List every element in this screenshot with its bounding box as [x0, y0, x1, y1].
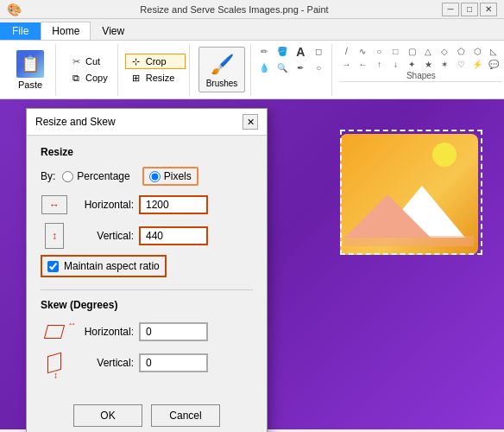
- pencil-tool[interactable]: ✏: [257, 46, 271, 58]
- horizontal-resize-row: Horizontal:: [41, 193, 253, 217]
- shape-arrow-up[interactable]: ↑: [372, 59, 386, 71]
- pixels-radio[interactable]: [149, 171, 161, 182]
- scissors-icon: ✂: [69, 54, 83, 68]
- shape-line[interactable]: /: [339, 46, 353, 58]
- section-divider: [41, 289, 253, 290]
- skew-section: Skew (Degrees) ↔ Horizontal:: [41, 299, 253, 375]
- vertical-skew-label: Vertical:: [73, 357, 134, 369]
- maintain-aspect-ratio-row: Maintain aspect ratio: [41, 255, 167, 277]
- paste-group: 📋 Paste: [5, 44, 56, 96]
- brushes-group: 🖌️ Brushes: [193, 44, 252, 96]
- main-area: Resize and Skew ✕ Resize By: Percentage: [0, 99, 504, 429]
- vertical-resize-input[interactable]: [139, 226, 208, 245]
- window-controls: ─ □ ✕: [442, 3, 497, 16]
- shape-curve[interactable]: ∿: [356, 46, 369, 58]
- horizontal-resize-icon: [41, 193, 68, 217]
- shape-diamond[interactable]: ◇: [438, 46, 451, 58]
- dialog-title-text: Resize and Skew: [35, 116, 116, 128]
- tab-home[interactable]: Home: [41, 22, 91, 41]
- shape-star5[interactable]: ★: [421, 59, 435, 71]
- dialog-overlay: Resize and Skew ✕ Resize By: Percentage: [0, 99, 504, 429]
- shape-lightning[interactable]: ⚡: [470, 59, 484, 71]
- maintain-aspect-ratio-checkbox[interactable]: [47, 261, 59, 272]
- brushes-icon: 🖌️: [208, 51, 236, 79]
- resize-icon: ⊞: [129, 71, 143, 85]
- tools-group: ✏ 🪣 A ◻ 💧 🔍 ✒ ○: [255, 44, 332, 96]
- h-arrow-icon: [41, 195, 67, 214]
- horizontal-resize-input[interactable]: [139, 195, 208, 214]
- shapes-section: / ∿ ○ □ ▢ △ ◇ ⬠ ⬡ ◺ → ← ↑ ↓ ✦ ★ ✶: [339, 46, 502, 94]
- paste-button[interactable]: 📋 Paste: [10, 48, 50, 92]
- magnify-tool[interactable]: 🔍: [275, 62, 289, 74]
- horizontal-skew-input[interactable]: [139, 322, 208, 341]
- shape-right-triangle[interactable]: ◺: [487, 46, 501, 58]
- resize-button[interactable]: ⊞ Resize: [125, 70, 186, 86]
- ribbon-content: 📋 Paste ✂ Cut ⧉ Copy ⊹ Cro: [0, 40, 504, 98]
- shape-callout[interactable]: 💬: [487, 59, 501, 71]
- shape-hexagon[interactable]: ⬡: [470, 46, 484, 58]
- resize-radio-group: Percentage Pixels: [62, 167, 198, 186]
- crop-icon: ⊹: [129, 54, 143, 68]
- eyedropper-tool[interactable]: 💧: [257, 62, 271, 74]
- brushes-button[interactable]: 🖌️ Brushes: [198, 47, 246, 92]
- shape-arrow-right[interactable]: →: [339, 59, 353, 71]
- horizontal-skew-row: ↔ Horizontal:: [41, 320, 253, 344]
- percentage-radio[interactable]: [62, 171, 73, 182]
- shape-arrow-left[interactable]: ←: [356, 59, 369, 71]
- vertical-skew-input[interactable]: [139, 353, 208, 372]
- dialog-close-button[interactable]: ✕: [243, 114, 258, 130]
- tab-file[interactable]: File: [0, 22, 41, 40]
- pixels-radio-label[interactable]: Pixels: [142, 167, 198, 186]
- image-group: ⊹ Crop ⊞ Resize: [122, 44, 190, 96]
- shape-rounded-rect[interactable]: ▢: [405, 46, 419, 58]
- spray-tool[interactable]: ○: [312, 62, 325, 74]
- cut-button[interactable]: ✂ Cut: [65, 54, 112, 69]
- app-icon: 🎨: [7, 3, 22, 16]
- shape-star6[interactable]: ✶: [438, 59, 451, 71]
- small-buttons: ✂ Cut ⧉ Copy: [65, 54, 112, 86]
- copy-icon: ⧉: [69, 71, 83, 85]
- shape-star4[interactable]: ✦: [405, 59, 419, 71]
- vertical-resize-label: Vertical:: [73, 230, 134, 242]
- dialog-buttons: OK Cancel: [27, 397, 267, 432]
- shape-rect[interactable]: □: [388, 46, 402, 58]
- ribbon: File Home View 📋 Paste ✂ Cut ⧉ Copy: [0, 19, 504, 99]
- shapes-label: Shapes: [339, 71, 502, 82]
- vertical-skew-row: ↕ Vertical:: [41, 351, 253, 375]
- shape-pentagon[interactable]: ⬠: [454, 46, 468, 58]
- tab-view[interactable]: View: [91, 22, 135, 40]
- resize-section: Resize By: Percentage Pixels: [41, 146, 253, 277]
- window-title: Resize and Serve Scales Images.png - Pai…: [27, 4, 442, 15]
- copy-button[interactable]: ⧉ Copy: [65, 70, 112, 86]
- crop-button[interactable]: ⊹ Crop: [125, 54, 186, 69]
- close-button[interactable]: ✕: [480, 3, 497, 16]
- eraser-tool[interactable]: ◻: [312, 46, 325, 58]
- shape-heart[interactable]: ♡: [454, 59, 468, 71]
- ok-button[interactable]: OK: [73, 404, 142, 427]
- fill-tool[interactable]: 🪣: [275, 46, 289, 58]
- text-tool[interactable]: A: [293, 46, 307, 58]
- clipboard-group: ✂ Cut ⧉ Copy: [60, 44, 118, 96]
- maximize-button[interactable]: □: [461, 3, 478, 16]
- cancel-button[interactable]: Cancel: [151, 404, 220, 427]
- pencil2-tool[interactable]: ✒: [293, 62, 307, 74]
- shape-triangle[interactable]: △: [421, 46, 435, 58]
- percentage-radio-label[interactable]: Percentage: [62, 170, 129, 182]
- horizontal-skew-label: Horizontal:: [73, 326, 134, 338]
- vertical-resize-row: Vertical:: [41, 224, 253, 248]
- vertical-skew-icon: ↕: [41, 351, 68, 375]
- maintain-aspect-ratio-label: Maintain aspect ratio: [64, 260, 160, 272]
- title-bar: 🎨 Resize and Serve Scales Images.png - P…: [0, 0, 504, 19]
- minimize-button[interactable]: ─: [442, 3, 459, 16]
- dialog-body: Resize By: Percentage Pixels: [27, 136, 267, 397]
- vertical-resize-icon: [41, 224, 68, 248]
- by-row: By: Percentage Pixels: [41, 167, 253, 186]
- paste-label: Paste: [18, 79, 42, 90]
- shape-arrow-down[interactable]: ↓: [388, 59, 402, 71]
- skew-label: Skew (Degrees): [41, 299, 253, 311]
- paste-icon: 📋: [16, 50, 44, 78]
- ribbon-tabs: File Home View: [0, 19, 504, 40]
- dialog-title-bar: Resize and Skew ✕: [27, 109, 267, 136]
- by-label: By:: [41, 170, 55, 182]
- shape-oval[interactable]: ○: [372, 46, 386, 58]
